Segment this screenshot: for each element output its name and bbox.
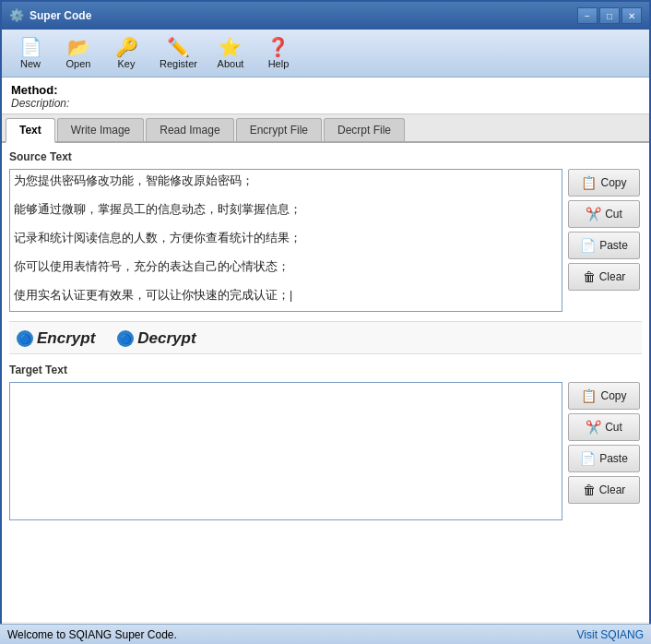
open-button[interactable]: 📂 Open bbox=[55, 33, 101, 74]
decrypt-icon: 🔵 bbox=[117, 330, 134, 347]
target-cut-button[interactable]: ✂️ Cut bbox=[568, 413, 640, 441]
encrypt-decrypt-row: 🔵 Encrypt 🔵 Decrypt bbox=[9, 321, 642, 354]
content-area: Source Text 为您提供密码修改功能，智能修改原始密码； 能够通过微聊，… bbox=[2, 143, 649, 642]
source-cut-button[interactable]: ✂️ Cut bbox=[568, 200, 640, 228]
source-text-row: 为您提供密码修改功能，智能修改原始密码； 能够通过微聊，掌握员工的信息动态，时刻… bbox=[9, 169, 642, 312]
close-button[interactable]: ✕ bbox=[621, 7, 642, 24]
copy-icon-1: 📋 bbox=[581, 175, 597, 190]
encrypt-label: Encrypt bbox=[37, 329, 95, 348]
clear-icon-2: 🗑 bbox=[583, 483, 596, 497]
help-button[interactable]: ❓ Help bbox=[255, 33, 302, 74]
tab-read-image[interactable]: Read Image bbox=[146, 118, 233, 141]
status-text: Welcome to SQIANG Super Code. bbox=[7, 628, 177, 641]
tab-decrypt-file[interactable]: Decrpt File bbox=[324, 118, 405, 141]
target-text-label: Target Text bbox=[9, 362, 642, 378]
window-controls: − □ ✕ bbox=[577, 7, 642, 24]
cut-icon-2: ✂️ bbox=[586, 420, 601, 435]
source-btn-group: 📋 Copy ✂️ Cut 📄 Paste 🗑 Clear bbox=[568, 169, 642, 312]
help-icon: ❓ bbox=[266, 38, 290, 56]
main-window: ⚙️ Super Code − □ ✕ 📄 New 📂 Open 🔑 Key ✏… bbox=[0, 0, 651, 644]
tab-write-image[interactable]: Write Image bbox=[57, 118, 144, 141]
copy-icon-2: 📋 bbox=[581, 388, 597, 403]
target-clear-label: Clear bbox=[599, 483, 626, 496]
register-button[interactable]: ✏️ Register bbox=[151, 33, 206, 74]
source-paste-button[interactable]: 📄 Paste bbox=[568, 232, 640, 259]
app-icon: ⚙️ bbox=[9, 8, 24, 23]
register-label: Register bbox=[160, 58, 197, 69]
tab-bar: Text Write Image Read Image Encrypt File… bbox=[2, 114, 649, 143]
toolbar: 📄 New 📂 Open 🔑 Key ✏️ Register ⭐ About ❓… bbox=[2, 30, 649, 78]
method-area: Method: Description: bbox=[2, 78, 649, 114]
paste-icon-2: 📄 bbox=[580, 451, 596, 466]
description-label: Description: bbox=[11, 97, 640, 110]
key-label: Key bbox=[118, 58, 136, 69]
target-paste-button[interactable]: 📄 Paste bbox=[568, 445, 640, 472]
new-label: New bbox=[20, 58, 41, 69]
minimize-button[interactable]: − bbox=[577, 7, 598, 24]
visit-link[interactable]: Visit SQIANG bbox=[577, 628, 644, 641]
source-clear-label: Clear bbox=[599, 270, 626, 283]
target-text-row: 📋 Copy ✂️ Cut 📄 Paste 🗑 Clear bbox=[9, 382, 642, 520]
about-icon: ⭐ bbox=[219, 38, 242, 56]
maximize-button[interactable]: □ bbox=[599, 7, 620, 24]
target-textarea[interactable] bbox=[9, 382, 562, 520]
window-title: Super Code bbox=[30, 9, 577, 22]
method-label: Method: bbox=[11, 83, 640, 97]
cut-icon-1: ✂️ bbox=[586, 207, 601, 221]
panels-area: Source Text 为您提供密码修改功能，智能修改原始密码； 能够通过微聊，… bbox=[2, 143, 649, 622]
register-icon: ✏️ bbox=[167, 38, 190, 56]
target-copy-label: Copy bbox=[600, 389, 626, 402]
target-btn-group: 📋 Copy ✂️ Cut 📄 Paste 🗑 Clear bbox=[568, 382, 642, 520]
help-label: Help bbox=[268, 58, 290, 69]
tab-text[interactable]: Text bbox=[6, 118, 55, 143]
source-clear-button[interactable]: 🗑 Clear bbox=[568, 263, 640, 291]
source-copy-label: Copy bbox=[600, 176, 626, 189]
open-icon: 📂 bbox=[67, 38, 90, 56]
target-paste-label: Paste bbox=[599, 452, 628, 465]
clear-icon-1: 🗑 bbox=[583, 269, 596, 284]
title-bar: ⚙️ Super Code − □ ✕ bbox=[2, 2, 649, 30]
key-icon: 🔑 bbox=[115, 38, 138, 56]
target-clear-button[interactable]: 🗑 Clear bbox=[568, 476, 640, 504]
target-cut-label: Cut bbox=[605, 421, 622, 434]
decrypt-label: Decrypt bbox=[137, 329, 195, 348]
target-copy-button[interactable]: 📋 Copy bbox=[568, 382, 640, 410]
open-label: Open bbox=[66, 58, 91, 69]
encrypt-icon: 🔵 bbox=[17, 330, 33, 347]
new-icon: 📄 bbox=[19, 38, 42, 56]
source-copy-button[interactable]: 📋 Copy bbox=[568, 169, 640, 197]
source-text-label: Source Text bbox=[9, 149, 642, 165]
new-button[interactable]: 📄 New bbox=[7, 33, 53, 74]
status-bar: Welcome to SQIANG Super Code. Visit SQIA… bbox=[0, 624, 651, 644]
tab-encrypt-file[interactable]: Encrypt File bbox=[236, 118, 322, 141]
key-button[interactable]: 🔑 Key bbox=[103, 33, 149, 74]
decrypt-button[interactable]: 🔵 Decrypt bbox=[113, 328, 199, 350]
source-paste-label: Paste bbox=[599, 239, 628, 252]
source-cut-label: Cut bbox=[605, 208, 622, 221]
encrypt-button[interactable]: 🔵 Encrypt bbox=[13, 328, 99, 350]
about-label: About bbox=[218, 58, 244, 69]
about-button[interactable]: ⭐ About bbox=[207, 33, 254, 74]
paste-icon-1: 📄 bbox=[580, 238, 596, 253]
source-textarea[interactable]: 为您提供密码修改功能，智能修改原始密码； 能够通过微聊，掌握员工的信息动态，时刻… bbox=[9, 169, 562, 312]
